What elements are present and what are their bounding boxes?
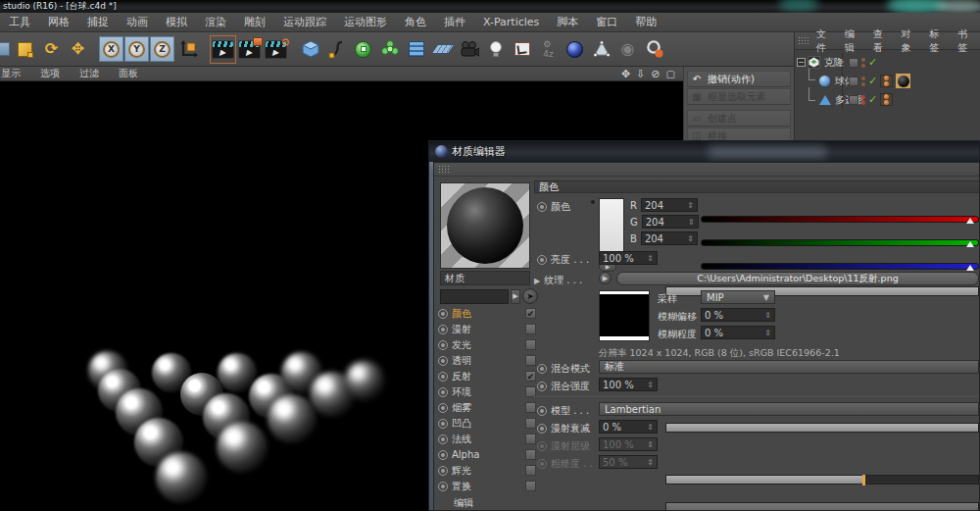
menu-script[interactable]: 脚本 (548, 13, 587, 32)
channel-checkbox[interactable] (525, 434, 536, 444)
channel-anim-icon[interactable] (438, 309, 448, 319)
material-preview[interactable] (440, 182, 530, 269)
expand-icon[interactable]: − (797, 58, 806, 67)
create-point-button[interactable]: ▱创建点 (687, 110, 791, 127)
material-name-input[interactable] (440, 289, 509, 304)
material-editor-titlebar[interactable]: 材质编辑器 (429, 141, 979, 162)
channel-row-environment[interactable]: 环境 (438, 384, 536, 399)
mix-strength-slider[interactable] (665, 423, 979, 433)
texture-options-button[interactable]: ▶ (599, 272, 612, 284)
enabled-check-icon[interactable]: ✓ (868, 94, 877, 105)
green-value-input[interactable]: 204⇕ (642, 215, 699, 229)
menu-character[interactable]: 角色 (396, 13, 435, 32)
channel-checkbox[interactable]: ✔ (525, 371, 536, 382)
lock-y-axis-button[interactable]: Y (124, 36, 149, 62)
stepper-icon[interactable]: ⇕ (647, 254, 654, 263)
channel-checkbox[interactable]: ✔ (525, 308, 536, 319)
lock-x-axis-button[interactable]: X (99, 36, 123, 62)
channel-checkbox[interactable] (525, 339, 536, 350)
viewport-menu-display[interactable]: 显示 (0, 67, 30, 80)
display-tag-icon[interactable]: ⚙4z (535, 35, 562, 64)
blur-scale-input[interactable]: 0 %⇕ (701, 326, 775, 339)
menu-help[interactable]: 帮助 (626, 13, 665, 32)
orange-slider-handle[interactable] (862, 475, 865, 485)
viewport-menu-panel[interactable]: 面板 (109, 67, 148, 80)
coordinate-system-icon[interactable] (175, 35, 202, 64)
green-gradient-slider[interactable] (701, 239, 979, 246)
channel-row-color[interactable]: 颜色✔ (438, 306, 536, 321)
channel-row-displacement[interactable]: 置换 (438, 479, 536, 493)
viewport-maximize-icon[interactable]: ▢ (666, 67, 675, 81)
menu-motion-tracker[interactable]: 运动跟踪 (274, 13, 335, 32)
brightness-value-input[interactable]: 100 %⇕ (599, 251, 658, 265)
window-titlebar[interactable]: studio (R16) - [台球.c4d *] (0, 0, 980, 13)
diffuse-falloff-slider[interactable] (665, 475, 979, 485)
menu-mesh[interactable]: 网格 (39, 13, 78, 32)
sample-dropdown[interactable]: MIP▼ (701, 290, 775, 304)
layer-icon[interactable] (849, 95, 858, 105)
stepper-icon[interactable]: ⇕ (687, 201, 694, 210)
spline-pen-icon[interactable] (323, 35, 350, 64)
mix-strength-input[interactable]: 100 %⇕ (599, 378, 658, 391)
render-picture-viewer-icon[interactable]: ▶ (236, 35, 263, 64)
mix-mode-dropdown[interactable]: 标准 (599, 360, 979, 374)
visibility-dots[interactable] (861, 77, 865, 86)
slider-handle[interactable] (966, 218, 974, 224)
blue-value-input[interactable]: 204⇕ (641, 231, 698, 245)
panel-grip-icon[interactable] (798, 36, 808, 45)
menu-snap[interactable]: 捕捉 (78, 13, 118, 32)
enabled-check-icon[interactable]: ✓ (868, 76, 877, 86)
rotate-tool-icon[interactable]: ⟳ (38, 35, 65, 64)
primitive-cube-icon[interactable] (297, 35, 323, 64)
render-view-icon[interactable]: ▶ (210, 35, 236, 64)
stepper-icon[interactable]: ⇕ (687, 234, 694, 243)
viewport-dolly-icon[interactable]: ⇩ (636, 67, 645, 81)
stepper-icon[interactable]: ⇕ (647, 423, 654, 432)
menu-simulate[interactable]: 模拟 (157, 13, 196, 32)
red-value-input[interactable]: 204⇕ (641, 198, 698, 212)
array-generator-icon[interactable] (376, 35, 403, 64)
texture-thumbnail[interactable] (599, 290, 650, 341)
phong-tag-icon[interactable] (880, 93, 893, 106)
menu-plugins[interactable]: 插件 (435, 13, 474, 32)
channel-checkbox[interactable] (525, 418, 536, 429)
viewport-menu-filter[interactable]: 过滤 (70, 67, 109, 80)
menu-sculpt[interactable]: 雕刻 (235, 13, 274, 32)
red-gradient-slider[interactable] (701, 216, 979, 223)
menu-tools[interactable]: 工具 (0, 13, 39, 32)
selection-tool-icon[interactable] (0, 35, 12, 64)
channel-checkbox[interactable] (525, 465, 536, 476)
channel-row-diffusion[interactable]: 漫射 (438, 322, 536, 336)
model-dropdown[interactable]: Lambertian (599, 402, 979, 416)
slider-handle[interactable] (966, 265, 974, 271)
channel-row-normal[interactable]: 法线 (438, 432, 536, 446)
object-row-cloner[interactable]: − 克隆 ✓ (795, 53, 980, 72)
lock-z-axis-button[interactable]: Z (150, 36, 174, 62)
channel-row-luminance[interactable]: 发光 (438, 337, 536, 352)
blue-gradient-slider[interactable] (701, 263, 979, 270)
object-row-sphere[interactable]: 球体 ✓ (795, 72, 980, 90)
panel-grip-icon[interactable] (438, 165, 449, 174)
channel-checkbox[interactable] (525, 402, 536, 413)
texture-path-field[interactable]: C:\Users\Administrator\Desktop\11反射.png (616, 272, 979, 285)
floor-environment-icon[interactable] (429, 35, 456, 64)
render-settings-icon[interactable]: ▶⚙ (263, 35, 289, 64)
visibility-dots[interactable] (861, 95, 865, 105)
menu-window[interactable]: 窗口 (587, 13, 626, 32)
channel-row-transparency[interactable]: 透明 (438, 353, 536, 368)
stepper-icon[interactable]: ⇕ (688, 218, 695, 227)
channel-checkbox[interactable] (525, 449, 536, 460)
deformer-icon[interactable] (403, 35, 429, 64)
menu-mograph[interactable]: 运动图形 (335, 13, 396, 32)
layer-icon[interactable] (849, 77, 858, 86)
stepper-icon[interactable]: ⇕ (764, 329, 771, 337)
structure-cone-icon[interactable] (588, 35, 614, 64)
scale-tool-icon[interactable] (12, 35, 38, 64)
layer-icon[interactable] (849, 58, 858, 68)
light-icon[interactable] (482, 35, 509, 64)
object-row-polygon[interactable]: 多边形 ✓ (795, 90, 980, 109)
viewport-menu-options[interactable]: 选项 (30, 67, 70, 80)
phong-tag-icon[interactable] (880, 75, 893, 87)
canvas-pen-icon[interactable] (509, 35, 535, 64)
stepper-icon[interactable]: ⇕ (764, 311, 771, 320)
